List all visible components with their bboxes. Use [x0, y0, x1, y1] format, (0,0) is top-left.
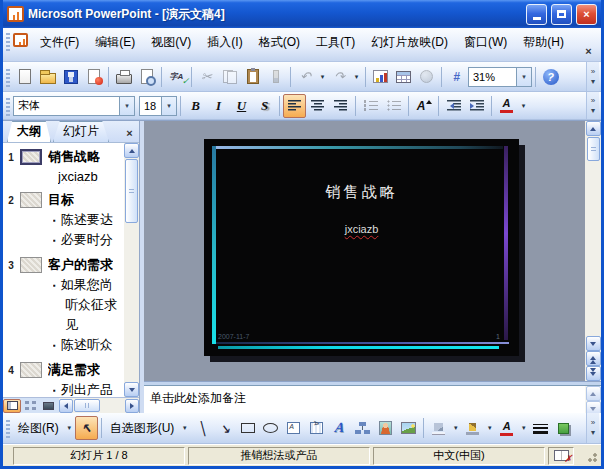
tab-outline[interactable]: 大纲 [7, 121, 51, 142]
format-painter-button[interactable] [264, 65, 287, 89]
outline-bullet[interactable]: 列出产品 [53, 381, 124, 397]
menu-edit[interactable]: 编辑(E) [87, 31, 143, 54]
wordart-button[interactable]: A [328, 416, 351, 440]
outline-bullet[interactable]: 必要时分 [53, 231, 124, 249]
normal-view-button[interactable] [3, 399, 21, 413]
maximize-button[interactable] [551, 4, 572, 25]
font-combobox[interactable]: 宋体 ▾ [13, 96, 135, 116]
redo-dropdown[interactable]: ▾ [351, 66, 362, 88]
font-color-button[interactable]: A [495, 416, 518, 440]
font-color-dropdown[interactable]: ▾ [518, 417, 529, 439]
zoom-dropdown[interactable]: ▾ [516, 68, 531, 86]
previous-slide-button[interactable] [586, 351, 601, 366]
cut-button[interactable]: ✂ [195, 65, 218, 89]
outline-row[interactable]: 1 销售战略 [3, 148, 124, 166]
increase-indent-button[interactable] [465, 94, 488, 118]
outline-bullet[interactable]: 陈述要达 [53, 211, 124, 229]
italic-button[interactable]: I [207, 94, 230, 118]
scroll-thumb[interactable] [125, 159, 138, 223]
insert-chart-button[interactable] [369, 65, 392, 89]
draw-menu-dropdown[interactable]: ▾ [64, 417, 75, 439]
outline-row[interactable]: 3 客户的需求 [3, 256, 124, 274]
oval-tool-button[interactable] [259, 416, 282, 440]
bold-button[interactable]: B [184, 94, 207, 118]
text-box-button[interactable] [282, 416, 305, 440]
decrease-indent-button[interactable] [442, 94, 465, 118]
insert-table-button[interactable] [392, 65, 415, 89]
align-left-button[interactable] [283, 94, 306, 118]
font-dropdown[interactable]: ▾ [119, 97, 134, 115]
font-color-dropdown[interactable]: ▾ [518, 95, 529, 117]
next-slide-button[interactable] [586, 366, 601, 381]
menu-window[interactable]: 窗口(W) [456, 31, 515, 54]
slide-canvas[interactable]: 销售战略 jxciazb 2007-11-7 1 [204, 139, 519, 356]
outline-bullet[interactable]: 陈述听众 [53, 336, 124, 354]
menu-slideshow[interactable]: 幻灯片放映(D) [363, 31, 456, 54]
increase-font-button[interactable]: A [412, 94, 435, 118]
spelling-button[interactable]: 字A [165, 65, 188, 89]
print-button[interactable] [112, 65, 135, 89]
slide-title[interactable]: 销售战略 [204, 183, 519, 202]
permission-button[interactable] [82, 65, 105, 89]
scroll-down-button[interactable] [124, 382, 139, 397]
insert-clipart-button[interactable] [374, 416, 397, 440]
insert-hyperlink-button[interactable] [415, 65, 438, 89]
align-center-button[interactable] [306, 94, 329, 118]
select-objects-button[interactable]: ↖ [75, 416, 98, 440]
language-indicator[interactable]: 中文(中国) [373, 447, 545, 465]
menu-tools[interactable]: 工具(T) [308, 31, 363, 54]
print-preview-button[interactable] [135, 65, 158, 89]
bullets-button[interactable] [382, 94, 405, 118]
paste-button[interactable] [241, 65, 264, 89]
scroll-up-button[interactable] [124, 143, 139, 158]
toolbar-options-button[interactable]: » ▾ [586, 413, 599, 443]
draw-menu-button[interactable]: 绘图(R) [13, 416, 64, 440]
resize-grip[interactable] [585, 450, 597, 462]
redo-button[interactable]: ↷ [328, 65, 351, 89]
outline-bullet[interactable]: 如果您尚 [53, 276, 124, 294]
slide-show-button[interactable] [39, 399, 57, 413]
line-color-dropdown[interactable]: ▾ [484, 417, 495, 439]
outline-row[interactable]: 2 目标 [3, 191, 124, 209]
numbering-button[interactable] [359, 94, 382, 118]
slide-sorter-view-button[interactable] [21, 399, 39, 413]
fill-color-dropdown[interactable]: ▾ [450, 417, 461, 439]
menu-help[interactable]: 帮助(H) [515, 31, 572, 54]
pane-close-button[interactable]: × [122, 125, 137, 140]
menu-format[interactable]: 格式(O) [251, 31, 308, 54]
toolbar-options-button[interactable]: » ▾ [586, 62, 599, 91]
scroll-thumb[interactable] [587, 137, 600, 161]
show-grid-button[interactable]: # [445, 65, 468, 89]
scroll-right-button[interactable] [125, 399, 139, 413]
toolbar-grip[interactable] [6, 98, 10, 116]
undo-dropdown[interactable]: ▾ [317, 66, 328, 88]
line-tool-button[interactable]: ╲ [190, 416, 213, 440]
help-button[interactable]: ? [539, 65, 562, 89]
minimize-button[interactable] [526, 4, 547, 25]
spellcheck-status[interactable]: ✗ [548, 447, 574, 465]
zoom-combobox[interactable]: 31% ▾ [468, 67, 532, 87]
underline-button[interactable]: U [230, 94, 253, 118]
line-color-button[interactable] [461, 416, 484, 440]
scroll-up-button[interactable] [586, 386, 601, 401]
open-button[interactable] [36, 65, 59, 89]
menu-view[interactable]: 视图(V) [143, 31, 199, 54]
arrow-tool-button[interactable]: ↘ [213, 416, 236, 440]
font-color-button[interactable]: A [495, 94, 518, 118]
vertical-text-box-button[interactable] [305, 416, 328, 440]
scroll-down-button[interactable] [586, 336, 601, 351]
autoshapes-button[interactable]: 自选图形(U) [105, 416, 180, 440]
copy-button[interactable] [218, 65, 241, 89]
scroll-up-button[interactable] [586, 121, 601, 136]
font-size-combobox[interactable]: 18 ▾ [139, 96, 177, 116]
outline-bullet-cont[interactable]: 听众征求 [65, 296, 124, 314]
align-right-button[interactable] [329, 94, 352, 118]
toolbar-grip[interactable] [6, 69, 10, 87]
outline-row[interactable]: 4 满足需求 [3, 361, 124, 379]
new-button[interactable] [13, 65, 36, 89]
fill-color-button[interactable] [427, 416, 450, 440]
toolbar-grip[interactable] [6, 33, 10, 51]
tab-slides[interactable]: 幻灯片 [53, 121, 109, 142]
close-button[interactable]: × [576, 4, 597, 25]
autoshapes-dropdown[interactable]: ▾ [179, 417, 190, 439]
